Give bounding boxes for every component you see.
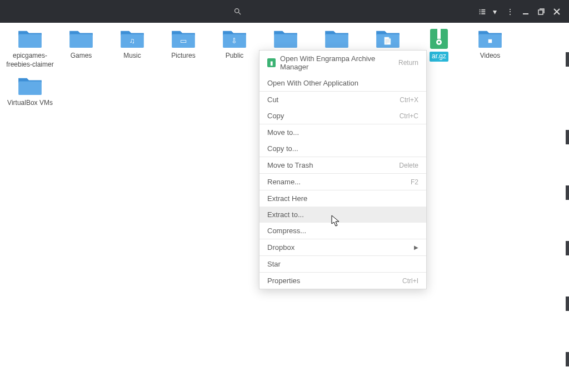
cm-label: Compress...	[267, 227, 306, 235]
svg-rect-5	[481, 11, 485, 12]
svg-point-27	[438, 41, 440, 43]
svg-rect-12	[18, 34, 42, 48]
item-label: Public	[226, 52, 244, 61]
folder-item[interactable]: ▭ Pictures	[158, 28, 209, 69]
item-label: epicgames-freebies-claimer	[6, 52, 54, 69]
cm-label: Extract Here	[267, 194, 307, 203]
folder-item[interactable]: ⇩ Public	[209, 28, 260, 69]
close-button[interactable]	[549, 4, 565, 19]
cm-dropbox[interactable]: Dropbox ▶	[259, 239, 426, 255]
cm-copy[interactable]: Copy Ctrl+C	[259, 108, 426, 124]
cm-label: Star	[267, 260, 281, 268]
folder-icon: ■	[477, 28, 503, 49]
folder-icon	[272, 28, 299, 49]
svg-rect-4	[480, 11, 481, 12]
edge-indicator	[566, 52, 569, 67]
item-label: Videos	[480, 52, 500, 61]
cm-open-with-other[interactable]: Open With Other Application	[259, 75, 426, 91]
item-label: Music	[123, 52, 141, 61]
cm-label: Properties	[267, 277, 300, 285]
cm-label: Open With Engrampa Archive Manager	[280, 54, 398, 71]
cm-move-to[interactable]: Move to...	[259, 124, 426, 140]
archive-app-icon: ▮	[267, 58, 276, 67]
svg-rect-2	[480, 9, 481, 10]
chevron-down-icon[interactable]: ▾	[487, 4, 502, 19]
folder-icon: 📄	[375, 28, 401, 49]
titlebar: ▾ ⋮	[0, 0, 569, 23]
cm-label: Extract to...	[267, 210, 304, 219]
cm-label: Move to...	[267, 128, 299, 137]
svg-rect-21	[325, 34, 348, 48]
cm-star[interactable]: Star	[259, 256, 426, 272]
cm-shortcut: Delete	[399, 162, 418, 169]
folder-icon: ▭	[170, 28, 197, 49]
archive-icon	[426, 28, 452, 49]
cm-extract-here[interactable]: Extract Here	[259, 190, 426, 207]
cm-move-trash[interactable]: Move to Trash Delete	[259, 157, 426, 173]
svg-text:⇩: ⇩	[232, 37, 238, 45]
svg-text:📄: 📄	[383, 36, 393, 46]
edge-indicator	[566, 185, 569, 200]
svg-rect-9	[538, 10, 543, 14]
item-label: Games	[71, 52, 92, 61]
svg-point-0	[234, 9, 239, 13]
folder-icon	[68, 28, 94, 49]
minimize-button[interactable]	[518, 4, 533, 19]
chevron-right-icon: ▶	[414, 244, 418, 250]
item-label: Pictures	[171, 52, 195, 61]
edge-indicator	[566, 241, 569, 255]
cm-label: Move to Trash	[267, 161, 313, 169]
cm-label: Open With Other Application	[267, 79, 358, 87]
folder-item[interactable]: VirtualBox VMs	[4, 76, 56, 108]
maximize-button[interactable]	[533, 4, 549, 19]
folder-icon	[323, 28, 350, 49]
folder-icon: ⇩	[221, 28, 248, 49]
cm-label: Cut	[267, 96, 278, 104]
edge-indicator	[566, 352, 569, 366]
cm-copy-to[interactable]: Copy to...	[259, 140, 426, 157]
edge-indicator	[566, 296, 569, 311]
cm-shortcut: Return	[398, 59, 418, 67]
search-icon[interactable]	[226, 4, 248, 19]
cm-shortcut: Ctrl+I	[402, 277, 418, 285]
window-controls: ▾ ⋮	[475, 4, 569, 19]
cm-rename[interactable]: Rename... F2	[259, 174, 426, 190]
cm-label: Copy	[267, 112, 284, 120]
svg-line-1	[238, 12, 241, 14]
svg-rect-7	[481, 13, 485, 14]
folder-icon	[17, 28, 43, 49]
svg-rect-6	[480, 13, 481, 14]
folder-item[interactable]: epicgames-freebies-claimer	[4, 28, 56, 69]
svg-text:■: ■	[488, 37, 492, 45]
context-menu: ▮ Open With Engrampa Archive Manager Ret…	[259, 50, 427, 289]
edge-indicator	[566, 130, 569, 144]
svg-rect-8	[523, 13, 528, 14]
folder-item[interactable]: ■ Videos	[465, 28, 516, 69]
kebab-menu-icon[interactable]: ⋮	[502, 4, 518, 19]
cm-shortcut: Ctrl+C	[400, 112, 418, 120]
cm-shortcut: F2	[411, 178, 418, 186]
folder-icon: ♫	[119, 28, 146, 49]
svg-text:♫: ♫	[129, 37, 135, 45]
cm-cut[interactable]: Cut Ctrl+X	[259, 92, 426, 108]
svg-rect-30	[18, 82, 42, 96]
svg-rect-3	[481, 9, 485, 10]
cm-properties[interactable]: Properties Ctrl+I	[259, 273, 426, 289]
svg-rect-20	[274, 34, 297, 48]
cm-label: Rename...	[267, 178, 301, 186]
folder-item[interactable]: Games	[56, 28, 107, 69]
cm-shortcut: Ctrl+X	[400, 96, 418, 104]
svg-rect-25	[437, 29, 441, 39]
folder-item[interactable]: ♫ Music	[107, 28, 158, 69]
folder-icon	[17, 76, 43, 97]
svg-text:▭: ▭	[180, 37, 187, 45]
item-label: VirtualBox VMs	[7, 99, 53, 108]
svg-rect-13	[69, 34, 93, 48]
cm-label: Dropbox	[267, 243, 295, 252]
cm-label: Copy to...	[267, 144, 298, 153]
cm-compress[interactable]: Compress...	[259, 223, 426, 239]
item-label: ar.gz	[430, 52, 448, 62]
cm-open-with-app[interactable]: ▮ Open With Engrampa Archive Manager Ret…	[259, 51, 426, 75]
cm-extract-to[interactable]: Extract to...	[259, 207, 426, 223]
